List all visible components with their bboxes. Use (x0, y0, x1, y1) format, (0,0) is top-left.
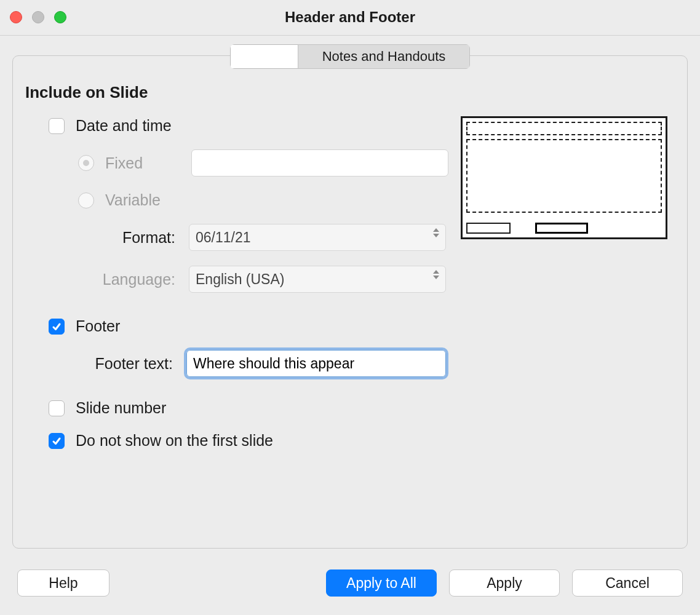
not-first-row: Do not show on the first slide (23, 432, 667, 450)
stepper-icon (433, 270, 439, 279)
fixed-radio[interactable] (78, 155, 94, 171)
tab-notes-handouts[interactable]: Notes and Handouts (298, 44, 470, 69)
footer-label: Footer (76, 317, 120, 335)
datetime-checkbox[interactable] (49, 118, 65, 134)
footer-text-input[interactable] (186, 350, 446, 377)
footer-row: Footer (23, 317, 667, 335)
cancel-button-label: Cancel (605, 575, 650, 592)
language-row: Language: English (USA) (23, 266, 667, 293)
slide-preview (461, 116, 667, 239)
fixed-label: Fixed (105, 154, 167, 172)
apply-to-all-button[interactable]: Apply to All (326, 569, 437, 597)
format-select-value: 06/11/21 (196, 229, 251, 246)
title-bar: Header and Footer (0, 0, 700, 36)
tab-segmented-control: Notes and Handouts (230, 44, 470, 69)
variable-radio[interactable] (78, 192, 94, 208)
dialog-buttons: Help Apply to All Apply Cancel (17, 569, 683, 597)
preview-date-placeholder (466, 223, 511, 234)
apply-to-all-button-label: Apply to All (346, 575, 416, 592)
preview-title-slot (466, 122, 662, 135)
slide-number-row: Slide number (23, 399, 667, 417)
include-on-slide-frame: Include on Slide Date and time Fixed Var… (12, 55, 688, 549)
slide-number-checkbox[interactable] (49, 400, 65, 416)
footer-text-label: Footer text: (23, 355, 186, 373)
not-first-label: Do not show on the first slide (76, 432, 273, 450)
language-select-value: English (USA) (196, 271, 284, 288)
apply-button-label: Apply (487, 575, 522, 592)
tab-notes-handouts-label: Notes and Handouts (322, 49, 446, 65)
footer-text-row: Footer text: (23, 350, 667, 377)
window-title: Header and Footer (0, 9, 700, 26)
preview-footer-placeholder (535, 223, 588, 234)
cancel-button[interactable]: Cancel (572, 569, 683, 597)
language-select[interactable]: English (USA) (189, 266, 446, 293)
tab-bar: Notes and Handouts (0, 44, 700, 69)
format-select[interactable]: 06/11/21 (189, 224, 446, 251)
datetime-label: Date and time (76, 117, 172, 135)
footer-checkbox[interactable] (49, 319, 65, 335)
help-button-label: Help (49, 575, 78, 592)
stepper-icon (433, 228, 439, 237)
format-label: Format: (23, 229, 189, 247)
language-label: Language: (23, 271, 189, 288)
help-button[interactable]: Help (17, 569, 109, 597)
section-title: Include on Slide (25, 83, 667, 102)
not-first-checkbox[interactable] (49, 433, 65, 449)
fixed-date-input[interactable] (191, 149, 448, 177)
variable-label: Variable (105, 191, 161, 209)
preview-body-slot (466, 139, 662, 213)
slide-number-label: Slide number (76, 399, 166, 417)
apply-button[interactable]: Apply (449, 569, 560, 597)
tab-slides[interactable] (230, 44, 298, 69)
